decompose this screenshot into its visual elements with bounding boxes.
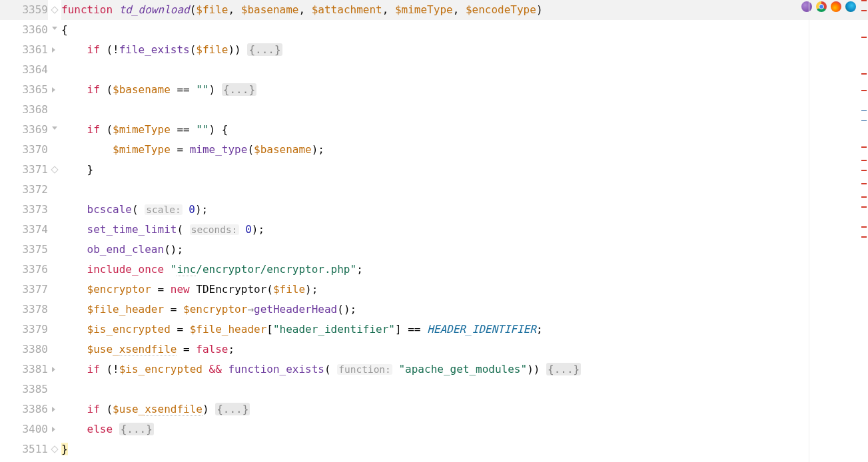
op-assign: = bbox=[158, 283, 165, 296]
op-eq: == bbox=[177, 123, 189, 136]
variable: $file bbox=[273, 283, 305, 296]
code-line[interactable]: if ($basename == "") {...} bbox=[61, 80, 868, 100]
code-line[interactable]: else {...} bbox=[61, 419, 868, 439]
code-line[interactable]: if (!file_exists($file)) {...} bbox=[61, 40, 868, 60]
code-line[interactable]: ob_end_clean(); bbox=[61, 240, 868, 260]
op-eq: == bbox=[177, 83, 189, 96]
code-line[interactable]: include_once "inc/encryptor/encryptor.ph… bbox=[61, 260, 868, 280]
variable: $encryptor bbox=[183, 303, 247, 316]
stripe-marker[interactable] bbox=[861, 226, 867, 228]
op-assign: = bbox=[177, 143, 183, 156]
fold-arrow-down-icon[interactable] bbox=[52, 126, 57, 130]
code-line-blank[interactable] bbox=[61, 100, 868, 120]
op-assign: = bbox=[183, 343, 190, 355]
line-number: 3372 bbox=[0, 180, 48, 200]
line-number: 3369 bbox=[0, 120, 48, 140]
right-margin-guide bbox=[809, 0, 809, 462]
code-fold-placeholder[interactable]: {...} bbox=[222, 83, 256, 96]
browser-icons-toolbar bbox=[801, 1, 856, 12]
variable: $use_xsendfile bbox=[113, 403, 203, 416]
stripe-marker[interactable] bbox=[861, 73, 867, 75]
code-line[interactable]: $encryptor = new TDEncryptor($file); bbox=[61, 280, 868, 300]
stripe-marker[interactable] bbox=[861, 90, 867, 91]
path-segment: inc bbox=[177, 263, 196, 276]
keyword-else: else bbox=[87, 423, 113, 435]
function-call: file_exists bbox=[119, 43, 190, 56]
line-number: 3371 bbox=[0, 160, 48, 180]
var-segment: xsendfile bbox=[145, 403, 203, 416]
code-line[interactable]: set_time_limit( seconds: 0); bbox=[61, 220, 868, 240]
code-line-blank[interactable] bbox=[61, 379, 868, 399]
code-line-blank[interactable] bbox=[61, 459, 868, 462]
stripe-marker[interactable] bbox=[861, 37, 867, 38]
param: $encodeType bbox=[466, 3, 536, 16]
edge-icon[interactable] bbox=[845, 1, 856, 12]
stripe-marker[interactable] bbox=[861, 183, 867, 184]
stripe-marker[interactable] bbox=[861, 236, 867, 238]
code-fold-placeholder[interactable]: {...} bbox=[119, 423, 154, 435]
line-number: 3359 bbox=[0, 0, 48, 20]
code-line[interactable]: if ($mimeType == "") { bbox=[61, 120, 868, 140]
fold-arrow-down-icon[interactable] bbox=[52, 27, 57, 30]
code-line[interactable]: if (!$is_encrypted && function_exists( f… bbox=[61, 359, 868, 379]
code-area[interactable]: function td_download($file, $basename, $… bbox=[61, 0, 868, 462]
line-number: 3377 bbox=[0, 280, 48, 300]
code-line[interactable]: $mimeType = mime_type($basename); bbox=[61, 140, 868, 160]
variable: $file_header bbox=[87, 303, 165, 316]
stripe-marker[interactable] bbox=[861, 146, 867, 148]
error-stripe[interactable] bbox=[861, 0, 868, 462]
code-line[interactable]: bcscale( scale: 0); bbox=[61, 200, 868, 220]
variable: $file_header bbox=[190, 323, 267, 336]
fold-gutter bbox=[53, 0, 61, 462]
constant: HEADER_IDENTIFIER bbox=[427, 323, 536, 336]
code-line[interactable]: } bbox=[61, 160, 868, 180]
keyword-if: if bbox=[87, 403, 100, 415]
line-number: 3360 bbox=[0, 20, 48, 40]
function-name: td_download bbox=[119, 3, 190, 16]
fold-arrow-right-icon[interactable] bbox=[52, 427, 55, 432]
fold-arrow-right-icon[interactable] bbox=[52, 47, 55, 53]
chrome-icon[interactable] bbox=[816, 1, 827, 12]
code-line[interactable]: { bbox=[61, 20, 868, 40]
keyword-new: new bbox=[171, 283, 190, 296]
function-call: bcscale bbox=[87, 203, 132, 216]
stripe-marker[interactable] bbox=[861, 120, 867, 121]
inline-hint: seconds: bbox=[190, 224, 239, 235]
fold-arrow-right-icon[interactable] bbox=[52, 367, 55, 372]
stripe-marker[interactable] bbox=[861, 206, 867, 208]
code-editor[interactable]: 3359 3360 3361 3364 3365 3368 3369 3370 … bbox=[0, 0, 868, 462]
code-line[interactable]: $file_header = $encryptor→getHeaderHead(… bbox=[61, 300, 868, 320]
fold-arrow-right-icon[interactable] bbox=[52, 407, 55, 412]
fold-arrow-right-icon[interactable] bbox=[52, 87, 55, 93]
code-line[interactable]: $use_xsendfile = false; bbox=[61, 340, 868, 359]
code-line[interactable]: $is_encrypted = $file_header["header_ide… bbox=[61, 320, 868, 340]
stripe-marker[interactable] bbox=[861, 110, 867, 111]
stripe-marker[interactable] bbox=[861, 10, 867, 11]
code-fold-placeholder[interactable]: {...} bbox=[247, 43, 282, 56]
ide-icon[interactable] bbox=[801, 1, 812, 12]
code-line[interactable]: } bbox=[61, 439, 868, 459]
number-literal: 0 bbox=[189, 203, 195, 216]
method-call: getHeaderHead bbox=[254, 303, 337, 316]
line-number: 3379 bbox=[0, 320, 48, 340]
firefox-icon[interactable] bbox=[831, 1, 841, 12]
code-line-blank[interactable] bbox=[61, 180, 868, 200]
stripe-marker[interactable] bbox=[861, 196, 867, 198]
code-fold-placeholder[interactable]: {...} bbox=[215, 403, 250, 415]
keyword-false: false bbox=[196, 343, 228, 355]
line-number: 3381 bbox=[0, 359, 48, 379]
param: $file bbox=[196, 3, 228, 16]
variable: $encryptor bbox=[87, 283, 151, 296]
line-number: 3365 bbox=[0, 80, 48, 100]
stripe-marker[interactable] bbox=[861, 0, 867, 1]
code-line[interactable]: function td_download($file, $basename, $… bbox=[61, 0, 868, 20]
stripe-marker[interactable] bbox=[861, 170, 867, 171]
line-number: 3385 bbox=[0, 379, 48, 399]
line-number: 3368 bbox=[0, 100, 48, 120]
stripe-marker[interactable] bbox=[861, 160, 867, 161]
code-line-blank[interactable] bbox=[61, 60, 868, 80]
brace-close: } bbox=[87, 163, 94, 176]
code-line[interactable]: if ($use_xsendfile) {...} bbox=[61, 399, 868, 419]
op-assign: = bbox=[171, 303, 177, 316]
code-fold-placeholder[interactable]: {...} bbox=[546, 363, 581, 375]
